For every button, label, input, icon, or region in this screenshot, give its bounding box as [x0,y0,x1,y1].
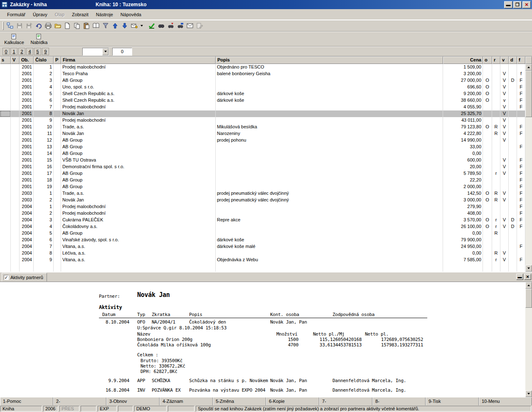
table-row[interactable]: 20014Uno, spol. s r.o.696,60OVF [0,84,532,91]
fkey-3[interactable]: 3-Obnov [106,397,160,405]
find-tagged-icon[interactable] [176,21,185,30]
table-row[interactable]: 20032Novák Janprodej pneumatický válec d… [0,197,532,204]
move-up-icon[interactable] [111,21,120,30]
fkey-4[interactable]: 4-Záznam [160,397,213,405]
table-row[interactable]: 200112AB Groupprodej pohonu14 990,00V [0,137,532,144]
table-row[interactable]: 20011Prodej maloobchodníObjednáno pro TE… [0,64,532,71]
digit-button-1[interactable]: 1 [10,48,17,55]
panel-minimize-button[interactable]: ▬ [516,274,523,280]
undo-icon[interactable] [34,21,43,30]
copy-icon[interactable] [72,21,81,30]
digit-button-2[interactable]: 2 [18,48,25,55]
fkey-1[interactable]: 1-Pomoc [0,397,53,405]
column-header-f[interactable]: f [517,56,525,64]
column-header-s[interactable]: s [0,56,11,64]
digit-button-9[interactable]: 9 [42,48,49,55]
table-row[interactable]: 20045AB Group0,00R [0,230,532,237]
table-row[interactable]: 20046Vinařské závody, spol. s r.o.dárkov… [0,237,532,243]
table-row[interactable]: 200116Demonstrační firma spol. s r.o.20,… [0,164,532,170]
fkey-6[interactable]: 6-Kopie [266,397,319,405]
fkey-9[interactable]: 9-Tisk [426,397,479,405]
table-row[interactable]: 20049Vitana, a.s.Objednávka z Webu7 585,… [0,257,532,263]
table-row[interactable]: 20013AB Group27 000,00OVDF [0,77,532,84]
column-header-r[interactable]: r [492,56,500,64]
scroll-up-icon[interactable] [525,282,532,289]
column-header-p[interactable]: P [54,56,61,64]
column-header-v[interactable]: V [11,56,20,64]
close-button[interactable]: ✕ [522,1,531,8]
column-header-popis[interactable]: Popis [216,56,443,64]
table-row[interactable]: 200118AB Group22,20F [0,177,532,184]
menu-item-úpravy[interactable]: Úpravy [29,11,51,18]
menu-item-formulář[interactable]: Formulář [3,11,29,18]
menu-item-nápověda[interactable]: Nápověda [117,11,145,18]
paste-icon[interactable] [82,21,91,30]
filter-combobox[interactable] [82,48,109,56]
fkey-5[interactable]: 5-Změna [213,397,266,405]
activity-checkbox[interactable]: ✓ [4,275,9,280]
new-document-icon[interactable] [63,21,72,30]
open-folder-icon[interactable] [53,21,62,30]
table-row[interactable]: 200110Trade, a.s.Mikulášová besídka79 12… [0,124,532,130]
check-green-icon[interactable] [147,21,156,30]
table-row[interactable]: 20042Prodej maloobchodní408,00F [0,210,532,217]
send-record-icon[interactable] [130,21,139,30]
table-row[interactable]: 200115VŠB TU Ostrava600,00VF [0,157,532,164]
notebook-icon[interactable] [91,21,101,30]
table-row[interactable]: 200114AB Group0,00 [0,150,532,157]
kalkulace-button[interactable]: Kalkulace [2,32,26,46]
fkey-8[interactable]: 8- [372,397,426,405]
tab-aktivity-partneru[interactable]: ✓ Aktivity partnerů [2,273,47,282]
structure-icon[interactable] [5,21,15,30]
fkey-2[interactable]: 2- [53,397,106,405]
table-row[interactable]: 20019Prodej maloobchodní43 011,00V [0,117,532,124]
table-row[interactable]: 20031Trade, a.s.prodej pneumatický válec… [0,190,532,197]
table-scrollbar[interactable] [525,64,532,272]
panel-close-button[interactable]: ✕ [524,274,531,280]
table-row[interactable]: 20041Prodej maloobchodní279,90F [0,204,532,210]
digit-button-5[interactable]: 5 [34,48,41,55]
table-row[interactable]: 20012Tesco Prahabalené bonboniery Geisha… [0,71,532,77]
minimize-button[interactable]: ▬ [504,1,512,8]
table-row[interactable]: 20018Novák Jan25 325,70V [0,110,532,117]
column-header-o[interactable]: o [483,56,492,64]
table-row[interactable]: 200113AB Group33,00F [0,144,532,150]
column-header-firma[interactable]: Firma [61,56,216,64]
table-row[interactable]: 20044Čokoládovny a.s.26 100,00OrVDF [0,223,532,230]
chevron-down-icon[interactable] [102,48,108,55]
digit-button-4[interactable]: 4 [26,48,33,55]
table-row[interactable]: 20016Shell Czech Republic a.s.dárkové ko… [0,97,532,104]
table-row[interactable]: 20047Vitana, a.s.dárkové koše malé24 950… [0,243,532,250]
fkey-7[interactable]: 7- [319,397,372,405]
scrollbar-thumb[interactable] [525,71,532,117]
column-header-ob[interactable]: Ob. [20,56,34,64]
column-header-slo[interactable]: Číslo [34,56,54,64]
scroll-down-icon[interactable] [525,390,532,397]
table-row[interactable]: 20048Léčiva, a.s.0,00RV [0,250,532,257]
table-row[interactable]: 200119AB Group2 000,00F [0,184,532,190]
table-row[interactable]: 200117AB Group5 789,50rVF [0,170,532,177]
scroll-up-icon[interactable] [525,64,532,71]
find-icon[interactable] [157,21,166,30]
column-header-d[interactable]: d [509,56,517,64]
print-icon[interactable] [44,21,53,30]
table-row[interactable]: 20015Shell Czech Republic a.s.dárkové ko… [0,91,532,97]
menu-item-zobrazit[interactable]: Zobrazit [68,11,92,18]
digit-button-0[interactable]: 0 [2,48,10,55]
send-menu-icon[interactable] [139,21,144,30]
scroll-down-icon[interactable] [525,265,532,272]
toolbar-grip[interactable] [2,22,4,30]
restore-button[interactable]: ❐ [513,1,522,8]
column-header-v[interactable]: v [500,56,509,64]
scrollbar-thumb[interactable] [525,289,532,308]
detail-scrollbar[interactable] [525,282,532,397]
column-header-cena[interactable]: Cena [443,56,483,64]
table-row[interactable]: 20043Cukrárna PALEČEKRepre akce3 570,00O… [0,217,532,223]
menu-item-nástroje[interactable]: Nástroje [92,11,117,18]
nabidka-button[interactable]: Nabídka [27,32,51,46]
table-row[interactable]: 20017Prodej maloobchodní4 055,90VF [0,104,532,110]
move-down-icon[interactable] [120,21,129,30]
mail-icon[interactable] [185,21,195,30]
table-row[interactable]: 200111Novák JanNarozeniny4 222,80RVF [0,130,532,137]
filter-icon[interactable] [101,21,110,30]
